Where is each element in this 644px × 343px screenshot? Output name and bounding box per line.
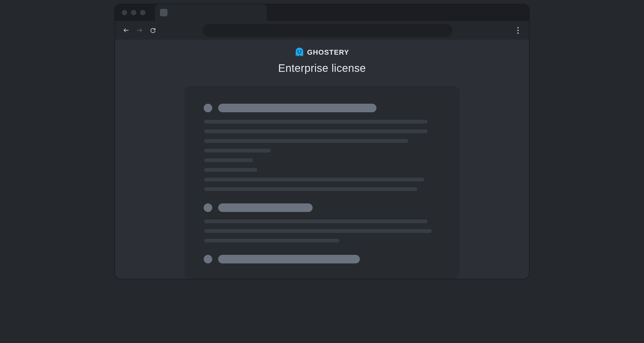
skeleton-lines bbox=[204, 120, 440, 191]
skeleton-bullet bbox=[204, 104, 212, 112]
svg-point-0 bbox=[297, 50, 299, 52]
content-card bbox=[184, 86, 460, 279]
skeleton-heading bbox=[218, 255, 360, 263]
kebab-icon bbox=[517, 27, 519, 34]
skeleton-lines bbox=[204, 219, 440, 243]
skeleton-line bbox=[204, 129, 427, 133]
window-titlebar bbox=[115, 4, 529, 21]
skeleton-heading bbox=[218, 104, 376, 112]
skeleton-line bbox=[204, 229, 432, 233]
ghostery-logo-icon bbox=[295, 47, 304, 57]
browser-toolbar bbox=[115, 21, 529, 40]
window-close-button[interactable] bbox=[122, 10, 127, 15]
reload-icon bbox=[150, 27, 156, 33]
browser-menu-button[interactable] bbox=[514, 27, 522, 34]
brand-header: GHOSTERY bbox=[295, 47, 349, 57]
skeleton-section bbox=[204, 255, 440, 263]
skeleton-heading-row bbox=[204, 203, 440, 212]
skeleton-section bbox=[204, 203, 440, 243]
svg-point-1 bbox=[300, 50, 301, 52]
skeleton-section bbox=[204, 104, 440, 191]
forward-button[interactable] bbox=[136, 27, 143, 34]
tab-favicon-icon bbox=[160, 9, 167, 16]
back-button[interactable] bbox=[122, 27, 130, 34]
skeleton-bullet bbox=[204, 203, 212, 212]
skeleton-line bbox=[204, 149, 271, 152]
skeleton-line bbox=[204, 239, 339, 243]
skeleton-heading-row bbox=[204, 104, 440, 112]
window-maximize-button[interactable] bbox=[140, 10, 145, 15]
skeleton-line bbox=[204, 219, 427, 223]
browser-window: GHOSTERY Enterprise license bbox=[114, 4, 530, 279]
skeleton-line bbox=[204, 120, 427, 124]
skeleton-heading-row bbox=[204, 255, 440, 263]
arrow-left-icon bbox=[123, 27, 129, 33]
skeleton-line bbox=[204, 158, 253, 162]
window-controls bbox=[122, 10, 145, 15]
skeleton-line bbox=[204, 178, 424, 181]
window-minimize-button[interactable] bbox=[131, 10, 136, 15]
skeleton-heading bbox=[218, 203, 313, 212]
brand-name: GHOSTERY bbox=[307, 48, 349, 57]
browser-tab[interactable] bbox=[155, 4, 267, 21]
skeleton-line bbox=[204, 139, 408, 143]
reload-button[interactable] bbox=[149, 27, 157, 34]
arrow-right-icon bbox=[136, 27, 143, 33]
address-bar[interactable] bbox=[203, 24, 452, 37]
page-content: GHOSTERY Enterprise license bbox=[115, 40, 529, 279]
skeleton-bullet bbox=[204, 255, 212, 263]
page-title: Enterprise license bbox=[278, 62, 366, 74]
skeleton-line bbox=[204, 187, 417, 191]
skeleton-line bbox=[204, 168, 257, 172]
